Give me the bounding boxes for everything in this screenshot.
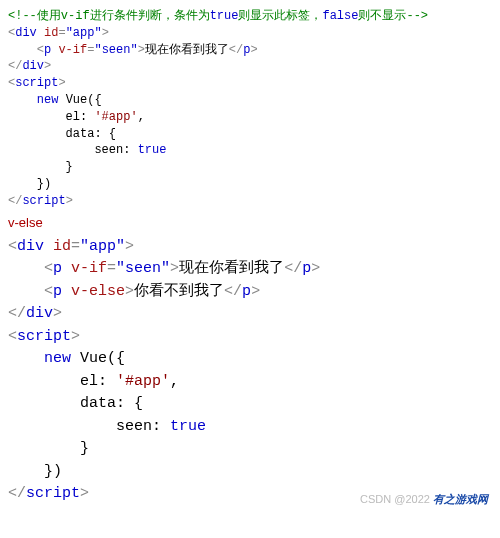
script-close: </script>	[8, 193, 492, 210]
code-block-2: <div id="app"> <p v-if="seen">现在你看到我了</p…	[8, 236, 492, 506]
script-open-2: <script>	[8, 326, 492, 349]
seen-line: seen: true	[8, 142, 492, 159]
p-vif-2: <p v-if="seen">现在你看到我了</p>	[8, 258, 492, 281]
div-close: </div>	[8, 58, 492, 75]
watermark-csdn: CSDN @2022	[360, 493, 430, 505]
el-line: el: '#app',	[8, 109, 492, 126]
section-label-velse: v-else	[8, 214, 492, 232]
div-open: <div id="app">	[8, 25, 492, 42]
brace-close-2: }	[8, 438, 492, 461]
div-close-2: </div>	[8, 303, 492, 326]
el-line-2: el: '#app',	[8, 371, 492, 394]
watermark: CSDN @2022 有之游戏网	[360, 492, 488, 507]
watermark-logo: 有之游戏网	[433, 493, 488, 505]
seen-line-2: seen: true	[8, 416, 492, 439]
p-vif: <p v-if="seen">现在你看到我了</p>	[8, 42, 492, 59]
new-vue-2: new Vue({	[8, 348, 492, 371]
paren-close: })	[8, 176, 492, 193]
p-velse-2: <p v-else>你看不到我了</p>	[8, 281, 492, 304]
paren-close-2: })	[8, 461, 492, 484]
data-line-2: data: {	[8, 393, 492, 416]
code-block-1: <!--使用v-if进行条件判断，条件为true则显示此标签，false则不显示…	[8, 8, 492, 210]
new-vue: new Vue({	[8, 92, 492, 109]
script-open: <script>	[8, 75, 492, 92]
comment-line: <!--使用v-if进行条件判断，条件为true则显示此标签，false则不显示…	[8, 8, 492, 25]
data-line: data: {	[8, 126, 492, 143]
brace-close: }	[8, 159, 492, 176]
div-open-2: <div id="app">	[8, 236, 492, 259]
